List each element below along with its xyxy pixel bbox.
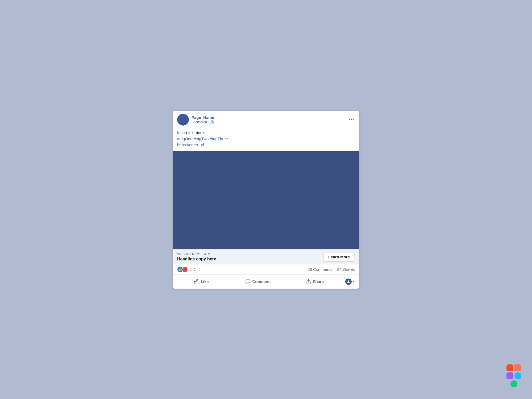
like-icon	[194, 279, 199, 284]
reactions-left: 👍 ❤️ 541	[177, 267, 196, 272]
sponsored-line: Sponsored · 🌐	[192, 120, 214, 124]
page-meta: Page_Name Sponsored · 🌐	[192, 115, 214, 124]
figma-row-middle	[506, 372, 521, 379]
figma-row-top	[506, 364, 521, 371]
shares-count[interactable]: 87 Shares	[337, 267, 355, 272]
facebook-ad-card: Page_Name Sponsored · 🌐 Insert text here…	[173, 111, 359, 289]
figma-blue-shape	[514, 372, 521, 379]
more-dot-3	[353, 119, 354, 120]
figma-green-shape	[510, 380, 517, 387]
reactions-right: 26 Comments 87 Shares	[307, 267, 355, 272]
link-headline: Headline copy here	[177, 257, 216, 261]
share-button[interactable]: Share	[286, 276, 343, 287]
comment-button[interactable]: Comment	[230, 276, 286, 287]
learn-more-button[interactable]: Learn More	[323, 252, 355, 261]
figma-logo	[506, 364, 521, 388]
sponsored-dot: ·	[208, 120, 209, 124]
share-icon	[306, 279, 311, 284]
ad-image[interactable]	[173, 151, 359, 249]
share-label: Share	[313, 279, 324, 284]
more-dot-1	[349, 119, 350, 120]
figma-row-bottom	[510, 380, 517, 387]
more-dot-2	[351, 119, 352, 120]
figma-red-shape	[506, 364, 513, 371]
comment-label: Comment	[252, 279, 271, 284]
post-text-area: Insert text here. #tagOne #tagTwo #tagTh…	[173, 128, 359, 151]
svg-point-1	[348, 280, 349, 282]
chevron-down-icon: ▼	[352, 280, 355, 283]
page-name[interactable]: Page_Name	[192, 115, 214, 120]
action-bar: Like Comment Share ▼	[173, 275, 359, 289]
comment-icon	[245, 279, 251, 284]
page-avatar[interactable]	[177, 114, 189, 126]
globe-icon: 🌐	[210, 120, 214, 124]
page-info: Page_Name Sponsored · 🌐	[177, 114, 214, 126]
link-info: WEBSITENAME.COM Headline copy here	[177, 252, 216, 261]
like-reaction-icon: 👍	[177, 267, 183, 272]
sponsored-label: Sponsored	[192, 120, 207, 124]
figma-orange-shape	[514, 364, 521, 371]
figma-purple-shape	[506, 372, 513, 379]
comments-count[interactable]: 26 Comments	[307, 267, 332, 272]
profile-dropdown-button[interactable]: ▼	[343, 276, 359, 288]
profile-mini-avatar	[345, 279, 352, 285]
post-url[interactable]: https://enter-url	[177, 143, 355, 147]
like-button[interactable]: Like	[173, 276, 230, 287]
link-preview-bar: WEBSITENAME.COM Headline copy here Learn…	[173, 249, 359, 264]
reaction-count: 541	[189, 267, 196, 272]
post-hashtags[interactable]: #tagOne #tagTwo #tagThree	[177, 136, 355, 141]
like-label: Like	[201, 279, 209, 284]
post-header: Page_Name Sponsored · 🌐	[173, 111, 359, 128]
link-domain: WEBSITENAME.COM	[177, 252, 216, 256]
post-body-text: Insert text here.	[177, 130, 355, 135]
reactions-bar: 👍 ❤️ 541 26 Comments 87 Shares	[173, 264, 359, 275]
more-options-button[interactable]	[348, 118, 355, 121]
reaction-icons: 👍 ❤️	[177, 267, 188, 272]
